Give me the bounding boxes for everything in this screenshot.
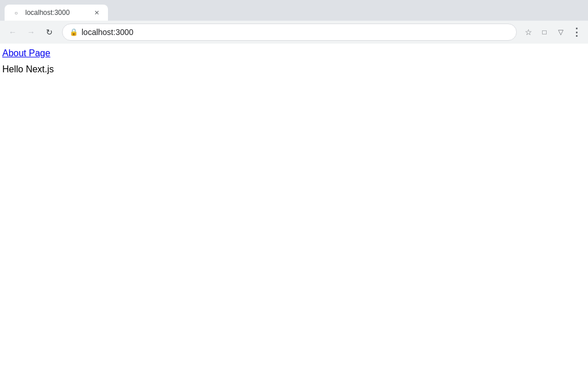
more-menu-icon: ⋮	[571, 26, 582, 38]
page-body-text: Hello Next.js	[2, 64, 586, 75]
cast-icon: ▽	[558, 28, 563, 36]
cast-button[interactable]: ▽	[554, 25, 567, 39]
back-button[interactable]: ←	[5, 24, 21, 40]
address-bar[interactable]: 🔒	[62, 24, 517, 41]
account-icon: □	[542, 28, 546, 36]
browser-tab[interactable]: ○ localhost:3000 ✕	[5, 5, 108, 21]
reload-button[interactable]: ↻	[41, 24, 57, 40]
star-icon: ☆	[525, 28, 532, 37]
more-menu-button[interactable]: ⋮	[570, 25, 583, 39]
forward-arrow-icon: →	[27, 28, 35, 37]
back-arrow-icon: ←	[9, 28, 17, 37]
about-page-link[interactable]: About Page	[2, 48, 51, 59]
tab-bar: ○ localhost:3000 ✕	[0, 0, 588, 21]
forward-button[interactable]: →	[23, 24, 39, 40]
url-input[interactable]	[82, 28, 509, 37]
browser-toolbar: ← → ↻ 🔒 ☆ □ ▽ ⋮	[0, 21, 588, 44]
page-content: About Page Hello Next.js	[0, 44, 588, 365]
toolbar-right-icons: ☆ □ ▽ ⋮	[521, 25, 583, 39]
tab-favicon: ○	[11, 8, 21, 17]
browser-window: ○ localhost:3000 ✕ ← → ↻ 🔒 ☆ □ ▽	[0, 0, 588, 365]
lock-icon: 🔒	[69, 28, 78, 36]
tab-close-button[interactable]: ✕	[92, 8, 101, 17]
bookmark-star-button[interactable]: ☆	[521, 25, 535, 39]
reload-icon: ↻	[46, 28, 53, 37]
tab-title: localhost:3000	[25, 9, 87, 17]
account-button[interactable]: □	[537, 25, 551, 39]
